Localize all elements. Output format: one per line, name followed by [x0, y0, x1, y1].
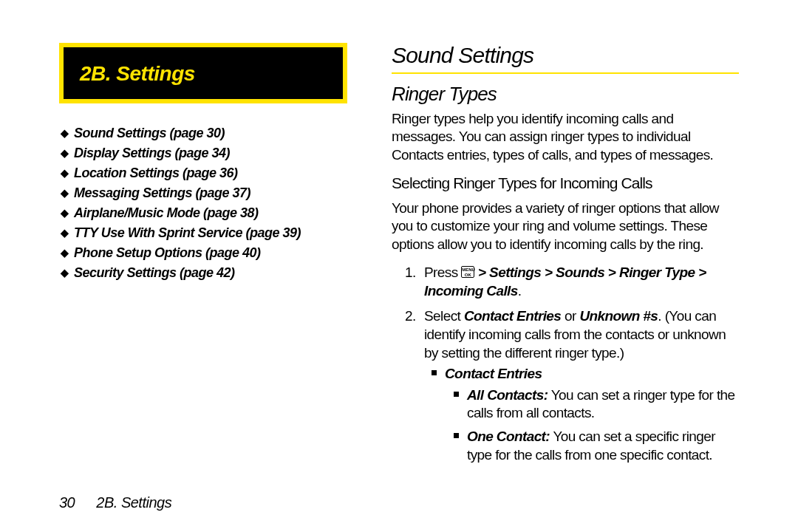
diamond-icon: ◆ — [59, 248, 69, 258]
step2-bold1: Contact Entries — [464, 308, 561, 324]
all-contacts-item: All Contacts: You can set a ringer type … — [467, 386, 739, 423]
h4-selecting-ringer-types: Selecting Ringer Types for Incoming Call… — [392, 174, 739, 192]
contact-entries-head: Contact Entries All Contacts: You can se… — [445, 365, 739, 464]
toc-item: ◆Sound Settings (page 30) — [59, 126, 347, 141]
two-column-layout: 2B. Settings ◆Sound Settings (page 30) ◆… — [59, 43, 739, 471]
h3-ringer-types: Ringer Types — [392, 83, 739, 106]
left-column: 2B. Settings ◆Sound Settings (page 30) ◆… — [59, 43, 347, 471]
toc-item-label: Messaging Settings (page 37) — [74, 185, 250, 201]
diamond-icon: ◆ — [59, 188, 69, 198]
step-1: Press > Settings > Sounds > Ringer Type … — [424, 264, 739, 300]
contact-entries-group: Contact Entries All Contacts: You can se… — [424, 365, 739, 464]
page-footer: 30 2B. Settings — [59, 494, 171, 511]
toc-list: ◆Sound Settings (page 30) ◆Display Setti… — [59, 126, 347, 281]
diamond-icon: ◆ — [59, 208, 69, 218]
section-badge: 2B. Settings — [59, 43, 347, 103]
one-contact-item: One Contact: You can set a specific ring… — [467, 428, 739, 464]
section-badge-title: 2B. Settings — [80, 62, 327, 86]
step2-bold2: Unknown #s — [579, 308, 658, 324]
paragraph: Your phone provides a variety of ringer … — [392, 200, 739, 253]
diamond-icon: ◆ — [59, 228, 69, 238]
one-contact-bold: One Contact: — [467, 429, 550, 444]
diamond-icon: ◆ — [59, 148, 69, 158]
toc-item-label: Sound Settings (page 30) — [74, 126, 225, 141]
steps-list: Press > Settings > Sounds > Ringer Type … — [392, 264, 739, 464]
step2-mid: or — [561, 308, 579, 324]
toc-item: ◆Airplane/Music Mode (page 38) — [59, 205, 347, 221]
toc-item-label: Phone Setup Options (page 40) — [74, 245, 261, 261]
toc-item: ◆TTY Use With Sprint Service (page 39) — [59, 225, 347, 241]
toc-item: ◆Security Settings (page 42) — [59, 265, 347, 281]
toc-item: ◆Messaging Settings (page 37) — [59, 185, 347, 201]
contact-entries-label: Contact Entries — [445, 366, 542, 381]
toc-item-label: Display Settings (page 34) — [74, 146, 230, 161]
diamond-icon: ◆ — [59, 267, 69, 278]
all-contacts-bold: All Contacts: — [467, 387, 548, 403]
toc-item: ◆Display Settings (page 34) — [59, 146, 347, 161]
manual-page: 2B. Settings ◆Sound Settings (page 30) ◆… — [0, 0, 798, 532]
contact-entries-sublist: All Contacts: You can set a ringer type … — [445, 386, 739, 464]
toc-item-label: Location Settings (page 36) — [74, 166, 238, 181]
toc-item: ◆Location Settings (page 36) — [59, 166, 347, 181]
toc-item-label: Security Settings (page 42) — [74, 265, 235, 281]
right-column: Sound Settings Ringer Types Ringer types… — [392, 43, 739, 471]
h2-sound-settings: Sound Settings — [392, 43, 739, 68]
menu-ok-key-icon — [461, 266, 474, 278]
page-number: 30 — [59, 494, 75, 511]
diamond-icon: ◆ — [59, 128, 69, 138]
intro-paragraph: Ringer types help you identify incoming … — [392, 110, 739, 164]
toc-item-label: TTY Use With Sprint Service (page 39) — [74, 225, 301, 241]
step2-a: Select — [424, 308, 464, 324]
step1-press: Press — [424, 265, 461, 280]
diamond-icon: ◆ — [59, 168, 69, 178]
step1-post: . — [518, 283, 522, 299]
toc-item-label: Airplane/Music Mode (page 38) — [74, 205, 259, 221]
step-2: Select Contact Entries or Unknown #s. (Y… — [424, 307, 739, 464]
footer-section: 2B. Settings — [96, 494, 171, 511]
yellow-rule — [392, 72, 739, 74]
toc-item: ◆Phone Setup Options (page 40) — [59, 245, 347, 261]
